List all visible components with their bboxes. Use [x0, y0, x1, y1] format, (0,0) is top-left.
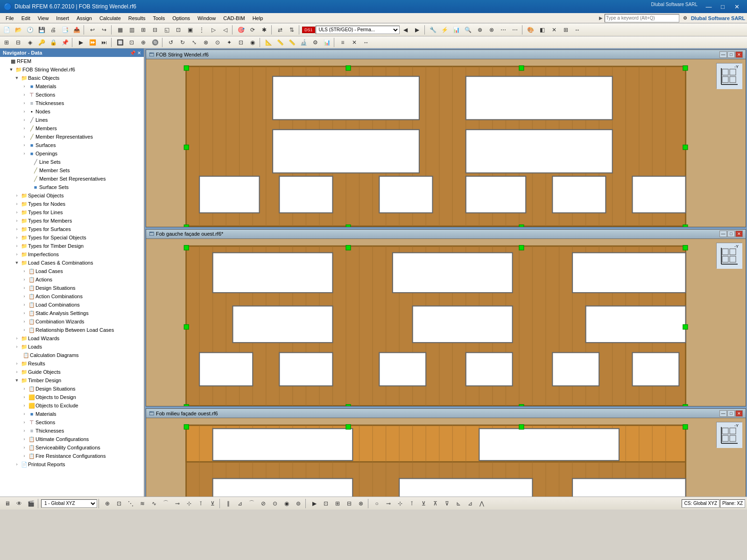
calc-btn-3[interactable]: 📊 — [451, 25, 462, 35]
bottom-snap-4[interactable]: ≋ — [137, 498, 148, 509]
open-btn[interactable]: 📂 — [13, 25, 24, 35]
calc-btn-4[interactable]: 🔍 — [463, 25, 474, 35]
tree-types-special[interactable]: › 📁 Types for Special Objects — [0, 233, 144, 242]
bottom-misc-10[interactable]: ⋀ — [476, 498, 487, 509]
tree-objects-design[interactable]: › 🟨 Objects to Design — [0, 393, 144, 401]
vp1-content[interactable]: -Y — [146, 59, 746, 227]
t2-btn-29[interactable]: ✕ — [349, 37, 360, 48]
t2-btn-23[interactable]: 📏 — [275, 37, 286, 48]
tree-basic-objects[interactable]: ▼ 📁 Basic Objects — [0, 74, 144, 82]
t2-btn-15[interactable]: ↻ — [177, 37, 188, 48]
toolbar-btn-15[interactable]: ⇅ — [286, 25, 297, 35]
bottom-snap-6[interactable]: ⌒ — [160, 498, 171, 509]
vp3-close[interactable]: ✕ — [735, 410, 743, 417]
toolbar-btn-9[interactable]: ▷ — [208, 25, 219, 35]
tree-timber-design[interactable]: ▼ 📁 Timber Design — [0, 376, 144, 385]
tree-types-nodes[interactable]: › 📁 Types for Nodes — [0, 200, 144, 208]
t2-btn-17[interactable]: ⊗ — [200, 37, 211, 48]
bottom-view-9[interactable]: ⊡ — [320, 498, 331, 509]
nav-pin-btn[interactable]: 📌 — [130, 50, 135, 56]
bottom-view-8[interactable]: ▶ — [309, 498, 320, 509]
t2-btn-18[interactable]: ⊙ — [212, 37, 223, 48]
menu-insert[interactable]: Insert — [52, 14, 73, 22]
tree-design-situations-td[interactable]: › 📋 Design Situations — [0, 385, 144, 393]
print2-btn[interactable]: 📑 — [59, 25, 70, 35]
minimize-button[interactable]: — — [702, 2, 715, 11]
ds-prev[interactable]: ◀ — [400, 25, 411, 35]
toolbar-btn-1[interactable]: ▦ — [114, 25, 126, 35]
tree-td-materials[interactable]: › ■ Materials — [0, 410, 144, 418]
bottom-snap-2[interactable]: ⊡ — [113, 498, 125, 509]
tree-design-situations-lc[interactable]: › 📋 Design Situations — [0, 284, 144, 292]
tree-lines[interactable]: › ╱ Lines — [0, 116, 144, 124]
vp3-content[interactable]: -Y — [146, 418, 746, 497]
vp2-content[interactable]: -Y — [146, 239, 746, 406]
toolbar-btn-12[interactable]: ⟳ — [247, 25, 258, 35]
toolbar-btn-14[interactable]: ⇄ — [275, 25, 286, 35]
toolbar-btn-10[interactable]: ◁ — [219, 25, 231, 35]
t2-btn-16[interactable]: ⤡ — [189, 37, 200, 48]
print-btn[interactable]: 🖨 — [48, 25, 59, 35]
vp1-close[interactable]: ✕ — [735, 51, 743, 58]
bottom-view-4[interactable]: ⊘ — [258, 498, 269, 509]
bottom-snap-10[interactable]: ⊻ — [207, 498, 218, 509]
bottom-view-11[interactable]: ⊟ — [344, 498, 355, 509]
tree-printout-reports[interactable]: › 📄 Printout Reports — [0, 460, 144, 469]
calc-btn-8[interactable]: ⋯ — [509, 25, 521, 35]
tree-thicknesses[interactable]: › ≡ Thicknesses — [0, 99, 144, 107]
vp3-minimize[interactable]: — — [719, 410, 727, 417]
tree-fire-resistance-config[interactable]: › 📋 Fire Resistance Configurations — [0, 452, 144, 460]
bottom-snap-5[interactable]: ∿ — [148, 498, 160, 509]
tree-ultimate-config[interactable]: › 📋 Ultimate Configurations — [0, 435, 144, 443]
bottom-snap-3[interactable]: ⋱ — [125, 498, 136, 509]
menu-help[interactable]: Help — [249, 14, 267, 22]
tree-results[interactable]: › 📁 Results — [0, 359, 144, 368]
menu-edit[interactable]: Edit — [18, 14, 34, 22]
bottom-view-1[interactable]: ∥ — [223, 498, 234, 509]
new-btn[interactable]: 📄 — [1, 25, 12, 35]
tree-surfaces[interactable]: › ■ Surfaces — [0, 141, 144, 149]
t2-btn-19[interactable]: ✦ — [224, 37, 235, 48]
menu-window[interactable]: Window — [194, 14, 219, 22]
bottom-misc-4[interactable]: ⊺ — [406, 498, 417, 509]
menu-calculate[interactable]: Calculate — [96, 14, 125, 22]
bottom-misc-6[interactable]: ⊼ — [430, 498, 441, 509]
tree-static-analysis[interactable]: › 📋 Static Analysis Settings — [0, 309, 144, 317]
toolbar-btn-13[interactable]: ✱ — [259, 25, 270, 35]
menu-tools[interactable]: Tools — [149, 14, 169, 22]
tree-nodes[interactable]: › • Nodes — [0, 107, 144, 116]
toolbar-btn-4[interactable]: ⊟ — [149, 25, 161, 35]
export-btn[interactable]: 📤 — [71, 25, 82, 35]
menu-file[interactable]: File — [2, 14, 18, 22]
toolbar-btn-7[interactable]: ▣ — [184, 25, 196, 35]
toolbar-btn-5[interactable]: ◱ — [161, 25, 172, 35]
tree-calc-diagrams[interactable]: 📋 Calculation Diagrams — [0, 351, 144, 359]
bottom-snap-7[interactable]: ⊸ — [172, 498, 183, 509]
misc-btn-5[interactable]: ↔ — [572, 25, 583, 35]
t2-btn-26[interactable]: ⚙ — [310, 37, 321, 48]
calc-btn-5[interactable]: ⊕ — [474, 25, 486, 35]
bottom-snap-8[interactable]: ⊹ — [183, 498, 195, 509]
bottom-view-2[interactable]: ⊿ — [234, 498, 246, 509]
t2-btn-20[interactable]: ⊡ — [235, 37, 247, 48]
misc-btn-1[interactable]: 🎨 — [525, 25, 536, 35]
vp2-minimize[interactable]: — — [719, 231, 727, 237]
bottom-misc-7[interactable]: ⊽ — [441, 498, 452, 509]
tree-types-surfaces[interactable]: › 📁 Types for Surfaces — [0, 225, 144, 233]
t2-btn-21[interactable]: ◉ — [247, 37, 258, 48]
t2-btn-22[interactable]: 📐 — [263, 37, 274, 48]
tree-td-thicknesses[interactable]: › ≡ Thicknesses — [0, 427, 144, 435]
t2-btn-11[interactable]: ⊡ — [126, 37, 137, 48]
bottom-snap-1[interactable]: ⊕ — [102, 498, 113, 509]
bottom-misc-1[interactable]: ○ — [371, 498, 382, 509]
bottom-misc-5[interactable]: ⊻ — [418, 498, 429, 509]
vp1-minimize[interactable]: — — [719, 51, 727, 58]
bottom-misc-2[interactable]: ⊸ — [383, 498, 394, 509]
tree-members[interactable]: › ╱ Members — [0, 124, 144, 133]
tree-types-members[interactable]: › 📁 Types for Members — [0, 217, 144, 225]
calc-btn-2[interactable]: ⚡ — [439, 25, 451, 35]
tree-openings[interactable]: › ■ Openings — [0, 149, 144, 158]
bottom-view-5[interactable]: ⊙ — [269, 498, 281, 509]
t2-btn-14[interactable]: ↺ — [165, 37, 176, 48]
recent-btn[interactable]: 🕐 — [24, 25, 35, 35]
